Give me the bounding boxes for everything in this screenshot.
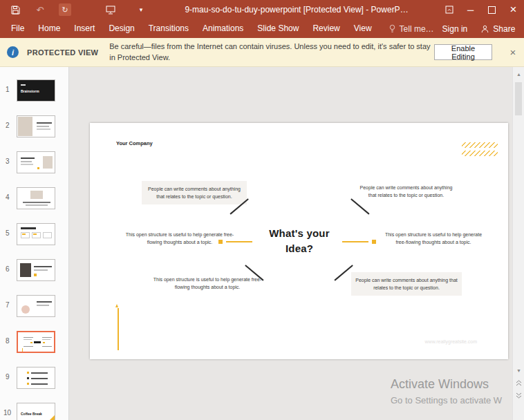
slide-number: 1 <box>6 86 10 93</box>
activate-windows-subtext: Go to Settings to activate W <box>391 395 502 405</box>
slide-thumbnail-4[interactable] <box>17 187 55 209</box>
lightbulb-icon <box>389 24 396 33</box>
slide-thumbnail-10[interactable]: Coffee Break <box>17 403 55 420</box>
restore-button[interactable] <box>481 0 503 19</box>
slide-title-line1: What's your <box>269 227 329 239</box>
vertical-scrollbar[interactable]: ▲ ▼ <box>512 67 524 420</box>
activate-windows-text: Activate Windows <box>391 377 489 392</box>
slides-panel: 1 Brainstorm 2 3 4 <box>0 67 69 420</box>
slide-row-9: 9 <box>0 367 68 390</box>
slide-thumbnail-2[interactable] <box>17 115 55 137</box>
tab-view[interactable]: View <box>347 19 379 38</box>
slide-number: 9 <box>6 373 10 381</box>
company-name: Your Company <box>116 140 153 146</box>
ribbon-tab-row: File Home Insert Design Transitions Anim… <box>0 19 524 38</box>
slide-watermark: www.reallygreatsite.com <box>425 339 477 344</box>
minimize-button[interactable]: ─ <box>460 0 481 19</box>
connector-bottom-right <box>334 265 353 280</box>
thumbnail-caption: Coffee Break <box>21 412 42 416</box>
tell-me-label: Tell me… <box>400 24 434 34</box>
slide-number: 5 <box>6 229 10 237</box>
protected-view-label: PROTECTED VIEW <box>27 48 98 57</box>
slide-thumbnail-1[interactable]: Brainstorm <box>17 79 55 102</box>
slide-number: 10 <box>3 409 11 417</box>
slide-row-5: 5 <box>0 223 68 247</box>
share-person-icon <box>481 25 489 33</box>
slide-row-4: 4 <box>0 187 68 211</box>
titlebar: ↶ ↻ ▾ 9-mau-so-do-tu-duy-powerpoint [Pro… <box>0 0 524 19</box>
note-mid-left: This open structure is useful to help ge… <box>124 231 235 246</box>
window-title: 9-mau-so-do-tu-duy-powerpoint [Protected… <box>156 0 438 19</box>
slide-number: 4 <box>6 193 10 201</box>
scroll-up-icon[interactable]: ▲ <box>514 68 524 79</box>
qat-dropdown-icon[interactable]: ▾ <box>131 0 151 19</box>
slide-number: 3 <box>6 158 10 165</box>
tab-file[interactable]: File <box>0 19 31 38</box>
slide-number: 6 <box>6 265 10 273</box>
tab-transitions[interactable]: Transitions <box>142 19 196 38</box>
previous-slide-button[interactable] <box>514 377 524 388</box>
yellow-arrow-head <box>115 304 118 307</box>
ribbon-display-options-icon[interactable] <box>438 0 460 19</box>
slide-row-3: 3 <box>0 151 68 175</box>
slide-row-8: 8 <box>0 331 68 354</box>
note-bottom-right: People can write comments about anything… <box>351 272 462 296</box>
scrollbar-thumb[interactable] <box>515 82 522 115</box>
note-top-left: People can write comments about anything… <box>142 181 247 204</box>
note-bottom-left: This open structure is useful to help ge… <box>152 276 263 291</box>
yellow-square-left <box>218 240 223 244</box>
scroll-down-icon[interactable]: ▼ <box>514 365 524 376</box>
slide-number: 8 <box>6 337 10 345</box>
slide-thumbnail-5[interactable] <box>17 223 55 245</box>
slide-thumbnail-9[interactable] <box>17 367 55 389</box>
slide-thumbnail-3[interactable] <box>17 151 55 173</box>
next-slide-button[interactable] <box>514 390 524 401</box>
tell-me-box[interactable]: Tell me… <box>389 24 434 34</box>
yellow-vertical-line <box>118 308 119 350</box>
tab-insert[interactable]: Insert <box>67 19 102 38</box>
yellow-line-right <box>342 241 368 242</box>
connector-top-right <box>350 198 369 214</box>
thumbnail-caption: Brainstorm <box>21 90 39 93</box>
slide-canvas: Your Company What's your Idea? People ca… <box>69 67 512 420</box>
start-slideshow-icon[interactable] <box>101 0 120 19</box>
yellow-line-left <box>226 241 252 242</box>
sign-in-button[interactable]: Sign in <box>434 24 476 34</box>
slide-row-1: 1 Brainstorm <box>0 79 68 103</box>
share-button[interactable]: Share <box>476 24 524 34</box>
share-label: Share <box>493 24 515 34</box>
slide-row-7: 7 <box>0 295 68 318</box>
repeat-icon[interactable]: ↻ <box>55 0 75 19</box>
tab-home[interactable]: Home <box>31 19 67 38</box>
note-top-right: People can write comments about anything… <box>356 184 456 199</box>
tab-animations[interactable]: Animations <box>196 19 250 38</box>
yellow-square-right <box>372 240 376 244</box>
slide-number: 7 <box>6 301 10 309</box>
protected-view-bar: i PROTECTED VIEW Be careful—files from t… <box>0 38 524 67</box>
undo-icon[interactable]: ↶ <box>30 0 50 19</box>
tab-review[interactable]: Review <box>306 19 346 38</box>
note-mid-right: This open structure is useful to help ge… <box>382 231 485 246</box>
protected-view-message: Be careful—files from the Internet can c… <box>109 41 434 64</box>
protected-bar-close-icon[interactable]: × <box>505 43 521 62</box>
close-button[interactable]: × <box>503 0 524 19</box>
info-icon: i <box>7 46 19 58</box>
tab-design[interactable]: Design <box>102 19 141 38</box>
slide-thumbnail-6[interactable] <box>17 259 55 281</box>
slide-thumbnail-8-selected[interactable] <box>17 331 55 353</box>
enable-editing-button[interactable]: Enable Editing <box>434 44 492 60</box>
slide-title-line2: Idea? <box>286 242 313 254</box>
tab-slide-show[interactable]: Slide Show <box>250 19 306 38</box>
save-icon[interactable] <box>6 0 25 19</box>
slide-row-2: 2 <box>0 115 68 139</box>
slide-title: What's your Idea? <box>258 226 341 256</box>
slide-number: 2 <box>6 122 10 129</box>
slide-row-10: 10 Coffee Break <box>0 403 68 420</box>
slide-row-6: 6 <box>0 259 68 283</box>
slide-thumbnail-7[interactable] <box>17 295 55 317</box>
current-slide: Your Company What's your Idea? People ca… <box>90 123 508 359</box>
